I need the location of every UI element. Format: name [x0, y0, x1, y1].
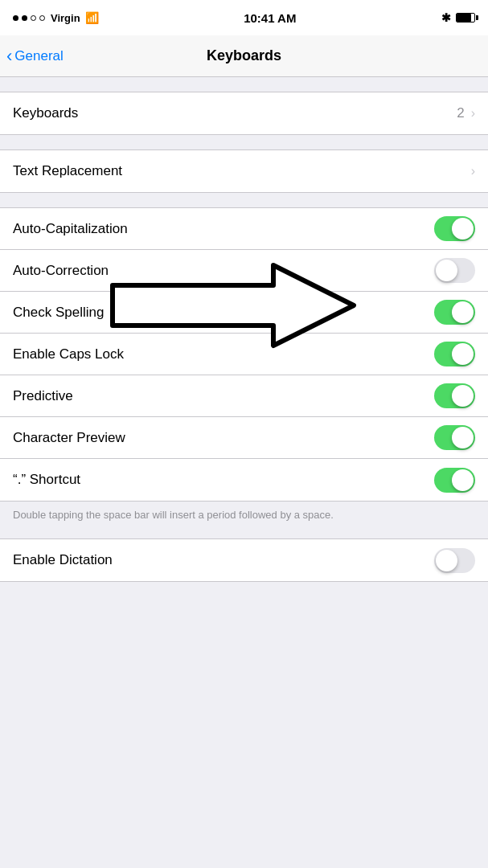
check-spelling-label: Check Spelling	[13, 305, 104, 321]
keyboards-chevron-icon: ›	[471, 106, 475, 121]
check-spelling-thumb	[452, 301, 474, 323]
nav-bar: ‹ General Keyboards	[0, 35, 488, 77]
back-chevron-icon: ‹	[6, 47, 12, 65]
status-right: ✱	[441, 11, 475, 24]
status-time: 10:41 AM	[244, 11, 296, 25]
character-preview-thumb	[452, 427, 474, 448]
battery-icon	[456, 13, 475, 23]
text-replacement-chevron-icon: ›	[471, 164, 475, 178]
auto-cap-label: Auto-Capitalization	[13, 221, 128, 237]
enable-dictation-group: Enable Dictation	[0, 538, 488, 582]
section-gap-4	[0, 530, 488, 538]
enable-dictation-row: Enable Dictation	[0, 539, 488, 581]
page-container: Virgin 📶 10:41 AM ✱ ‹ General Keyboards …	[0, 0, 488, 582]
check-spelling-toggle[interactable]	[434, 300, 475, 325]
text-replacement-label: Text Replacement	[13, 163, 122, 179]
check-spelling-row: Check Spelling	[0, 292, 488, 334]
enable-caps-lock-thumb	[452, 343, 474, 365]
keyboards-count: 2	[457, 105, 464, 121]
auto-correction-thumb	[436, 260, 457, 281]
predictive-thumb	[452, 385, 474, 407]
back-button[interactable]: ‹ General	[6, 47, 64, 65]
toggles-group: Auto-Capitalization Auto-Correction Chec…	[0, 207, 488, 502]
enable-dictation-label: Enable Dictation	[13, 552, 113, 568]
signal-dot-4	[39, 15, 45, 21]
status-bar: Virgin 📶 10:41 AM ✱	[0, 0, 488, 35]
auto-correction-row: Auto-Correction	[0, 250, 488, 292]
character-preview-row: Character Preview	[0, 417, 488, 459]
predictive-row: Predictive	[0, 375, 488, 417]
page-title: Keyboards	[207, 47, 281, 64]
keyboards-group: Keyboards 2 ›	[0, 92, 488, 135]
signal-dot-1	[13, 15, 18, 21]
enable-caps-lock-row: Enable Caps Lock	[0, 334, 488, 375]
enable-caps-lock-label: Enable Caps Lock	[13, 346, 124, 362]
predictive-label: Predictive	[13, 388, 73, 404]
section-gap-2	[0, 135, 488, 149]
enable-caps-lock-toggle[interactable]	[434, 342, 475, 366]
period-shortcut-note: Double tapping the space bar will insert…	[0, 502, 488, 530]
battery-fill	[457, 14, 471, 22]
carrier-label: Virgin	[51, 12, 80, 24]
text-replacement-row[interactable]: Text Replacement ›	[0, 150, 488, 192]
period-shortcut-label: “.” Shortcut	[13, 472, 80, 488]
enable-dictation-toggle[interactable]	[434, 548, 475, 573]
keyboards-label: Keyboards	[13, 105, 78, 121]
auto-cap-toggle[interactable]	[434, 216, 475, 241]
signal-dot-2	[22, 15, 27, 21]
back-label: General	[14, 48, 63, 64]
character-preview-label: Character Preview	[13, 430, 125, 446]
status-left: Virgin 📶	[13, 11, 99, 24]
bluetooth-icon: ✱	[441, 11, 451, 24]
period-shortcut-thumb	[452, 469, 474, 491]
text-replacement-group: Text Replacement ›	[0, 149, 488, 193]
auto-correction-toggle[interactable]	[434, 258, 475, 283]
toggles-section: Auto-Capitalization Auto-Correction Chec…	[0, 207, 488, 502]
keyboards-row[interactable]: Keyboards 2 ›	[0, 92, 488, 134]
text-replacement-right: ›	[471, 164, 475, 178]
enable-dictation-thumb	[436, 550, 457, 571]
auto-correction-label: Auto-Correction	[13, 263, 109, 279]
period-shortcut-toggle[interactable]	[434, 468, 475, 493]
keyboards-right: 2 ›	[457, 105, 475, 121]
auto-cap-thumb	[452, 218, 474, 240]
character-preview-toggle[interactable]	[434, 425, 475, 450]
section-gap-1	[0, 77, 488, 92]
signal-dot-3	[31, 15, 36, 21]
period-shortcut-row: “.” Shortcut	[0, 459, 488, 501]
predictive-toggle[interactable]	[434, 383, 475, 408]
wifi-icon: 📶	[85, 11, 99, 24]
section-gap-3	[0, 193, 488, 207]
auto-cap-row: Auto-Capitalization	[0, 208, 488, 250]
